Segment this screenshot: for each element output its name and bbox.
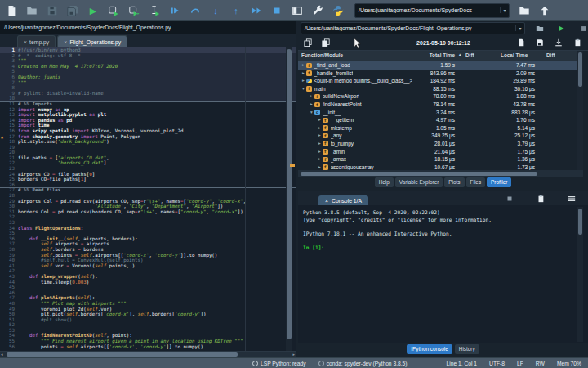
- continue-icon[interactable]: [250, 4, 263, 17]
- code-line[interactable]: 53: [0, 328, 296, 334]
- col-diff-2[interactable]: Diff: [546, 52, 555, 58]
- profiler-horizontal-scrollbar[interactable]: [298, 170, 583, 177]
- code-line[interactable]: 22 "borders_CO.dat"]: [0, 160, 296, 166]
- code-line[interactable]: 15import time: [0, 123, 296, 128]
- expand-icon[interactable]: ▸: [317, 164, 323, 170]
- expand-icon[interactable]: ▸: [317, 124, 323, 132]
- console-vscroll-thumb[interactable]: [578, 209, 582, 235]
- stop-icon[interactable]: [270, 4, 283, 17]
- tab-help[interactable]: Help: [375, 177, 394, 187]
- code-line[interactable]: 3""": [0, 58, 296, 64]
- code-line[interactable]: 39 self.points = self.airports[['coord-x…: [0, 253, 296, 258]
- console-vertical-scrollbar[interactable]: [577, 207, 583, 342]
- collapse-icon[interactable]: [303, 38, 312, 47]
- tab-plots[interactable]: Plots: [444, 177, 464, 187]
- code-line[interactable]: 48 """ Plot map with airports """: [0, 301, 296, 307]
- run-icon[interactable]: ▶: [87, 4, 100, 17]
- code-line[interactable]: 34class FlightOperations:: [0, 226, 296, 231]
- code-line[interactable]: 23: [0, 166, 296, 172]
- status-utf-8[interactable]: UTF-8: [489, 361, 505, 366]
- col-local-time[interactable]: Local Time: [501, 52, 528, 58]
- close-icon[interactable]: ×: [325, 198, 328, 204]
- scroll-right-icon[interactable]: ▸: [292, 352, 295, 357]
- step-return-icon[interactable]: ↑: [229, 4, 243, 17]
- pythonpath-icon[interactable]: [332, 4, 345, 17]
- editor-tab[interactable]: ×Flight_Operations.py: [57, 35, 127, 47]
- ipython-console[interactable]: Python 3.8.5 (default, Sep 4 2020, 02:22…: [298, 205, 588, 343]
- working-directory-combo[interactable]: /Users/juanitagomez/Documents/SpyderDocs…: [354, 3, 510, 18]
- profiler-row[interactable]: ▾c__init__3.24 ms883.28 µs: [298, 109, 583, 117]
- code-line[interactable]: 27# %% Read files: [0, 187, 296, 193]
- close-icon[interactable]: ×: [24, 39, 27, 45]
- code-line[interactable]: 4Created on Mon May 4 17:07:07 2020: [0, 64, 296, 70]
- interrupt-icon[interactable]: [505, 195, 514, 204]
- code-line[interactable]: 44 time.sleep(0.003): [0, 280, 296, 285]
- code-line[interactable]: 28: [0, 193, 296, 199]
- code-line[interactable]: 42: [0, 268, 296, 274]
- code-line[interactable]: ▲17from shapely.geometry import Point, P…: [0, 134, 296, 140]
- expand-icon[interactable]: ▸: [317, 140, 323, 148]
- code-line[interactable]: 52: [0, 322, 296, 328]
- debug-icon[interactable]: [168, 4, 181, 17]
- col-diff-1[interactable]: Diff: [466, 52, 474, 58]
- code-line[interactable]: 54 def findNearestPointKD(self, point):: [0, 333, 296, 339]
- tab-files[interactable]: Files: [466, 177, 486, 187]
- expand-icon[interactable]: ▸: [301, 61, 306, 70]
- run-small-icon[interactable]: ▶: [557, 24, 566, 33]
- code-line[interactable]: 10: [0, 96, 296, 101]
- profiler-row[interactable]: ▸<built-in method builtins.__build_class…: [298, 77, 583, 85]
- run-cell-icon[interactable]: [107, 4, 120, 17]
- expand-icon[interactable]: ▸: [309, 101, 314, 109]
- profiler-row[interactable]: ▸f_handle_fromlist843.96 ms2.09 ms: [298, 70, 583, 78]
- code-line[interactable]: 56 points = self.airports[['coord-x', 'c…: [0, 344, 296, 350]
- save-icon[interactable]: [46, 4, 59, 17]
- code-line[interactable]: 16from scipy.spatial import KDTree, Voro…: [0, 128, 296, 134]
- profiler-row[interactable]: ▸f_find_and_load1.59 s7.47 ms: [298, 61, 583, 70]
- code-line[interactable]: 26: [0, 182, 296, 188]
- code-line[interactable]: 51 #plt.show(): [0, 317, 296, 323]
- code-line[interactable]: 19: [0, 145, 296, 150]
- editor-tab[interactable]: ×temp.py: [17, 35, 56, 47]
- run-selection-icon[interactable]: [148, 4, 161, 17]
- warning-icon[interactable]: ▲: [1, 134, 3, 140]
- code-line[interactable]: 50 plt.plot(self.borders['coord-x'], sel…: [0, 312, 296, 317]
- code-line[interactable]: 14import pandas as pd: [0, 118, 296, 123]
- code-line[interactable]: 1#!/usr/bin/env python3: [0, 47, 296, 53]
- expand-icon[interactable]: ▸: [317, 132, 323, 140]
- expand-icon[interactable]: ▸: [317, 155, 323, 164]
- open-dir-icon[interactable]: [518, 4, 531, 17]
- code-line[interactable]: 41 self.vor = Voronoi(self.points, ): [0, 263, 296, 269]
- profiler-row[interactable]: ▸fmkstemp1.05 ms5.14 µs: [298, 124, 583, 132]
- code-line[interactable]: 29airports_Col = pd.read_csv(airports_CO…: [0, 199, 296, 204]
- save-all-icon[interactable]: [66, 4, 79, 17]
- profiler-hscroll-thumb[interactable]: [301, 172, 537, 176]
- profiler-row[interactable]: ▸f__getitem__4.97 ms1.76 ms: [298, 116, 583, 124]
- code-line[interactable]: 24airports_CO = file_paths[0]: [0, 172, 296, 177]
- status-conda[interactable]: conda: spyder-dev (Python 3.8.5): [318, 361, 408, 366]
- col-function-module[interactable]: Function/Module: [301, 52, 343, 58]
- code-line[interactable]: 35: [0, 231, 296, 236]
- code-line[interactable]: 5: [0, 69, 296, 74]
- expand-icon[interactable]: ▾: [301, 85, 306, 93]
- code-line[interactable]: 46: [0, 290, 296, 296]
- status-mem-70-[interactable]: Mem 70%: [557, 361, 581, 366]
- inspect-icon[interactable]: [536, 195, 545, 204]
- preferences-icon[interactable]: [311, 4, 324, 17]
- save-data-icon[interactable]: [535, 38, 544, 47]
- profiler-row[interactable]: ▸fto_numpy28.01 µs3.79 µs: [298, 140, 583, 148]
- status-lsp[interactable]: LSP Python: ready: [252, 361, 306, 366]
- browse-tabs-icon[interactable]: [304, 195, 313, 204]
- options-menu-icon[interactable]: [133, 37, 142, 46]
- output-icon[interactable]: [516, 38, 525, 47]
- code-line[interactable]: 30 'Altitude', "City", "Department", "Ai…: [0, 204, 296, 209]
- code-line[interactable]: 32: [0, 214, 296, 220]
- step-over-icon[interactable]: [189, 4, 202, 17]
- stop-small-icon[interactable]: [579, 24, 588, 33]
- profiler-row[interactable]: ▾fmain88.15 ms36.16 µs: [298, 85, 583, 93]
- code-line[interactable]: 43 def sleep_wrapper(self):: [0, 274, 296, 280]
- code-line[interactable]: 40 #self.hull = ConvexHull(self.points): [0, 258, 296, 263]
- browse-tabs-icon[interactable]: [4, 37, 13, 46]
- code-line[interactable]: 25borders_CO=file_paths[1]: [0, 177, 296, 182]
- code-line[interactable]: 13import matplotlib.pyplot as plt: [0, 112, 296, 118]
- load-data-icon[interactable]: [554, 38, 563, 47]
